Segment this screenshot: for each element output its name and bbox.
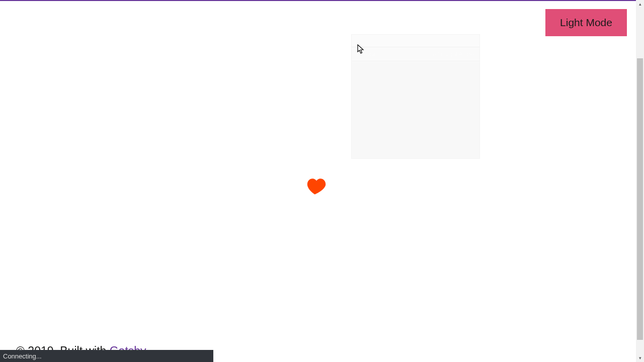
panel-row-label: Forward (357, 51, 379, 58)
status-text: Connecting... (3, 352, 42, 360)
scroll-down-arrow-icon[interactable]: ▾ (636, 354, 644, 362)
context-panel: Forward Alt+Right Arrow (351, 34, 480, 159)
panel-row-shortcut: Alt+Right Arrow (433, 51, 474, 58)
panel-row-forward[interactable]: Forward Alt+Right Arrow (352, 47, 479, 61)
scrollbar-thumb[interactable] (637, 58, 643, 340)
vertical-scrollbar[interactable]: ▴ ▾ (636, 0, 644, 362)
top-accent-stripe (0, 0, 636, 1)
panel-body (352, 62, 479, 158)
heart-icon (306, 177, 328, 196)
scroll-up-arrow-icon[interactable]: ▴ (636, 0, 644, 8)
status-bar: Connecting... (0, 350, 213, 362)
light-mode-button[interactable]: Light Mode (545, 9, 627, 36)
